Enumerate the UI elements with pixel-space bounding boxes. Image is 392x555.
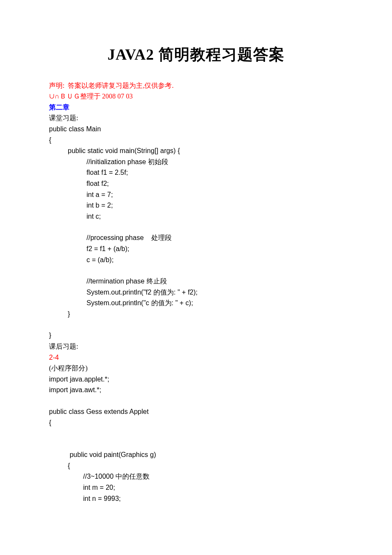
code-line: float f2; (49, 178, 343, 189)
section-label: 课堂习题: (49, 113, 343, 124)
chapter-heading: 第二章 (49, 102, 343, 113)
code-comment: //processing phase 处理段 (49, 232, 343, 243)
applet-label: (小程序部分) (49, 363, 343, 374)
code-line: float f1 = 2.5f; (49, 167, 343, 178)
code-line: { (49, 460, 343, 471)
blank-line (49, 265, 343, 276)
author-note: ∪∩ＢＵＧ整理于 2008 07 03 (49, 91, 343, 102)
blank-line (49, 428, 343, 439)
disclaimer-text: 声明: 答案以老师讲复习题为主,仅供参考. (49, 80, 343, 91)
code-line: import java.awt.*; (49, 384, 343, 396)
code-line: c = (a/b); (49, 254, 343, 266)
code-comment: //termination phase 终止段 (49, 276, 343, 287)
blank-line (49, 396, 343, 406)
blank-line (49, 319, 343, 330)
code-line: f2 = f1 + (a/b); (49, 243, 343, 254)
code-line: public void paint(Graphics g) (49, 449, 343, 460)
code-line: } (49, 330, 343, 341)
code-line: } (49, 309, 343, 320)
code-comment: //3~10000 中的任意数 (49, 471, 343, 482)
code-line: public static void main(String[] args) { (49, 145, 343, 156)
code-line: int b = 2; (49, 200, 343, 211)
code-line: import java.applet.*; (49, 374, 343, 385)
code-line: { (49, 417, 343, 428)
code-comment: //initialization phase 初始段 (49, 156, 343, 168)
code-line: int a = 7; (49, 189, 343, 200)
document-title: JAVA2 简明教程习题答案 (49, 43, 343, 67)
blank-line (49, 222, 343, 232)
section-label: 课后习题: (49, 341, 343, 352)
exercise-number: 2-4 (49, 352, 343, 363)
code-line: int m = 20; (49, 482, 343, 493)
code-line: System.out.println("f2 的值为: " + f2); (49, 287, 343, 298)
code-line: { (49, 135, 343, 146)
code-line: int c; (49, 211, 343, 222)
code-line: System.out.println("c 的值为: " + c); (49, 298, 343, 309)
code-line: public class Gess extends Applet (49, 406, 343, 417)
blank-line (49, 439, 343, 449)
code-line: int n = 9993; (49, 493, 343, 504)
code-line: public class Main (49, 124, 343, 135)
